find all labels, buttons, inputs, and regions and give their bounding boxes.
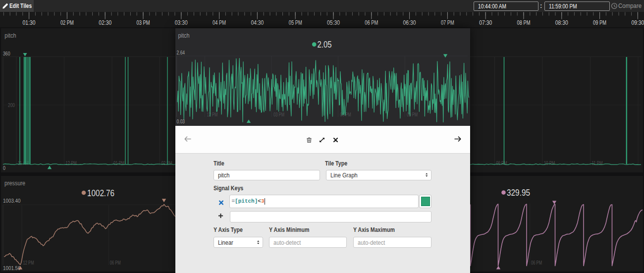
svg-text:12 PM: 12 PM bbox=[23, 260, 34, 266]
svg-text:02 PM: 02 PM bbox=[60, 19, 74, 26]
svg-text:1003.40: 1003.40 bbox=[3, 198, 21, 204]
svg-text:05 PM: 05 PM bbox=[289, 19, 302, 26]
svg-text:04 PM: 04 PM bbox=[213, 19, 226, 26]
svg-text:03 PM: 03 PM bbox=[273, 111, 284, 117]
svg-text:03:30: 03:30 bbox=[175, 19, 188, 26]
svg-text:09 PM: 09 PM bbox=[407, 111, 418, 117]
svg-text:09:30: 09:30 bbox=[631, 19, 644, 26]
svg-text:04:30: 04:30 bbox=[251, 19, 264, 26]
svg-text:pressure: pressure bbox=[4, 180, 25, 187]
svg-text:12 PM: 12 PM bbox=[66, 160, 77, 166]
svg-text:06 PM: 06 PM bbox=[531, 260, 542, 266]
svg-text:12 PM: 12 PM bbox=[207, 111, 217, 117]
svg-text:08 PM: 08 PM bbox=[517, 19, 531, 26]
svg-text:02:30: 02:30 bbox=[99, 19, 111, 26]
svg-text:pitch: pitch bbox=[178, 32, 190, 39]
svg-text:0.03: 0.03 bbox=[177, 118, 185, 124]
svg-text:2.05: 2.05 bbox=[318, 39, 332, 50]
svg-text:02 PM: 02 PM bbox=[161, 160, 172, 166]
svg-text:0: 0 bbox=[3, 165, 5, 171]
svg-text:1001.56: 1001.56 bbox=[3, 265, 21, 271]
svg-text:2.64: 2.64 bbox=[177, 50, 185, 55]
svg-text:200: 200 bbox=[8, 102, 15, 108]
svg-text:08:30: 08:30 bbox=[555, 19, 568, 26]
svg-text:06 PM: 06 PM bbox=[365, 19, 378, 26]
svg-text:09 PM: 09 PM bbox=[496, 160, 507, 166]
svg-text:09 PM: 09 PM bbox=[593, 19, 606, 26]
svg-text:06:30: 06:30 bbox=[403, 19, 416, 26]
svg-text:360: 360 bbox=[3, 51, 10, 56]
svg-text:05:30: 05:30 bbox=[327, 19, 340, 26]
svg-text:03 PM: 03 PM bbox=[137, 19, 150, 26]
svg-text:06 PM: 06 PM bbox=[110, 260, 121, 266]
svg-text:10 PM: 10 PM bbox=[544, 160, 555, 166]
svg-text:1002.76: 1002.76 bbox=[87, 188, 114, 198]
svg-text:329.95: 329.95 bbox=[507, 187, 530, 198]
svg-text:pitch: pitch bbox=[4, 32, 16, 39]
svg-text:07:30: 07:30 bbox=[479, 19, 492, 26]
svg-text:07 PM: 07 PM bbox=[441, 19, 454, 26]
svg-text:01:30: 01:30 bbox=[23, 19, 36, 26]
